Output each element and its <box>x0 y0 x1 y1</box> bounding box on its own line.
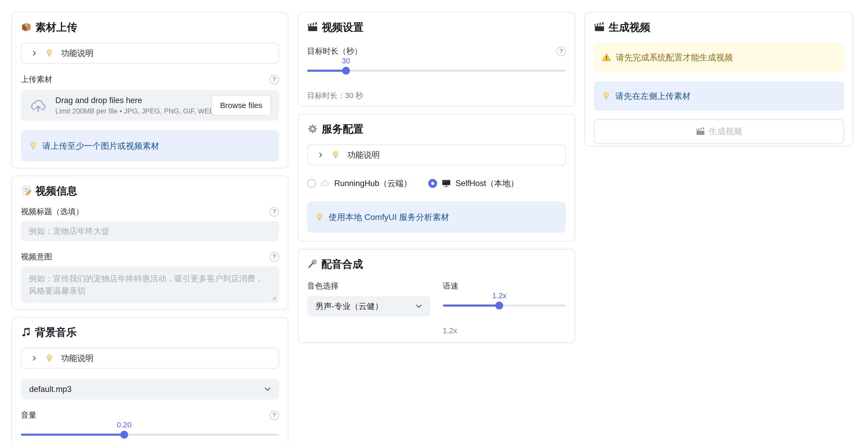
volume-slider[interactable]: 0.20 <box>21 420 279 439</box>
video-info-card: 视频信息 视频标题（选填） 视频意图 <box>11 176 288 310</box>
radio-selfhost-label: SelfHost（本地） <box>456 178 518 189</box>
service-info-text: 使用本地 ComfyUI 服务分析素材 <box>329 211 449 223</box>
clapper-icon <box>696 127 705 136</box>
volume-label: 音量 <box>21 410 36 420</box>
video-intent-wrap <box>21 266 279 303</box>
help-icon[interactable] <box>270 75 279 84</box>
service-config-card: 服务配置 功能说明 RunningHub（云端） <box>298 114 575 242</box>
duration-slider-track[interactable] <box>307 66 566 75</box>
volume-label-row: 音量 <box>21 410 279 420</box>
file-dropzone[interactable]: Drag and drop files here Limit 200MB per… <box>21 90 279 121</box>
clapper-icon <box>594 22 605 33</box>
radio-runninghub[interactable]: RunningHub（云端） <box>307 178 411 189</box>
bgm-card-title: 背景音乐 <box>21 326 279 339</box>
bulb-icon <box>45 49 54 58</box>
bulb-icon <box>331 151 340 159</box>
service-radio-group: RunningHub（云端） SelfHost（本地） <box>307 178 566 189</box>
bgm-title-text: 背景音乐 <box>35 326 77 339</box>
upload-card-title-text: 素材上传 <box>35 21 77 33</box>
help-icon[interactable] <box>270 252 279 262</box>
music-select-value: default.mp3 <box>29 385 71 394</box>
generate-title: 生成视频 <box>594 21 844 33</box>
upload-help-expander[interactable]: 功能说明 <box>21 43 279 64</box>
monitor-icon <box>441 179 451 188</box>
uploader-label: 上传素材 <box>21 74 52 85</box>
right-column: 生成视频 请先完成系统配置才能生成视频 请先在左侧上传素材 生成视频 <box>585 12 854 146</box>
resize-grip-icon[interactable] <box>271 294 276 300</box>
video-title-label-row: 视频标题（选填） <box>21 207 279 217</box>
tts-title-text: 配音合成 <box>321 258 363 270</box>
volume-slider-track[interactable] <box>21 431 279 439</box>
chevron-down-icon <box>416 304 422 308</box>
tts-grid: 音色选择 男声-专业（云健） 语速 1.2x <box>307 281 566 335</box>
uploader-label-row: 上传素材 <box>21 74 279 85</box>
bgm-help-expander[interactable]: 功能说明 <box>21 348 279 369</box>
voice-select-value: 男声-专业（云健） <box>315 301 383 312</box>
bulb-icon <box>45 354 54 363</box>
duration-caption: 目标时长：30 秒 <box>307 91 566 101</box>
voice-label: 音色选择 <box>307 281 430 291</box>
video-info-title-text: 视频信息 <box>35 185 77 197</box>
volume-slider-thumb[interactable] <box>120 431 128 439</box>
help-icon[interactable] <box>270 207 279 217</box>
speed-slider-value: 1.2x <box>492 291 506 300</box>
generate-info-text: 请先在左侧上传素材 <box>615 90 690 102</box>
dropzone-title: Drag and drop files here <box>55 96 203 105</box>
service-config-title: 服务配置 <box>307 123 566 135</box>
music-select[interactable]: default.mp3 <box>21 379 279 400</box>
video-settings-card: 视频设置 目标时长（秒） 30 目标时长：30 秒 <box>298 12 575 106</box>
duration-slider-thumb[interactable] <box>342 67 350 75</box>
gear-icon <box>307 123 318 134</box>
bgm-card: 背景音乐 功能说明 default.mp3 音量 0.20 <box>11 317 288 442</box>
expander-label: 功能说明 <box>347 150 380 160</box>
music-note-icon <box>21 327 31 337</box>
video-intent-label-row: 视频意图 <box>21 252 279 262</box>
video-title-input[interactable] <box>21 221 279 241</box>
bulb-icon <box>602 92 611 100</box>
generate-warning-text: 请先完成系统配置才能生成视频 <box>616 52 733 63</box>
upload-info-box: 请上传至少一个图片或视频素材 <box>21 130 279 161</box>
help-icon[interactable] <box>556 47 566 56</box>
video-intent-textarea[interactable] <box>21 266 279 303</box>
upload-cloud-icon <box>29 97 48 114</box>
generate-button-label: 生成视频 <box>709 126 742 137</box>
service-help-expander[interactable]: 功能说明 <box>307 145 566 165</box>
browse-files-button[interactable]: Browse files <box>211 95 271 116</box>
warning-icon <box>602 53 611 62</box>
memo-icon <box>21 185 32 196</box>
duration-label-row: 目标时长（秒） <box>307 46 566 57</box>
generate-card: 生成视频 请先完成系统配置才能生成视频 请先在左侧上传素材 生成视频 <box>585 12 854 146</box>
tts-title: 配音合成 <box>307 258 566 270</box>
chevron-down-icon <box>265 387 271 391</box>
voice-field: 音色选择 男声-专业（云健） <box>307 281 430 335</box>
tts-card: 配音合成 音色选择 男声-专业（云健） 语速 1.2x <box>298 249 575 343</box>
upload-info-text: 请上传至少一个图片或视频素材 <box>42 140 159 152</box>
clapper-icon <box>307 22 318 33</box>
speed-slider-thumb[interactable] <box>495 302 503 310</box>
radio-runninghub-label: RunningHub（云端） <box>334 178 411 189</box>
radio-selfhost[interactable]: SelfHost（本地） <box>428 178 518 189</box>
expander-label: 功能说明 <box>61 353 93 364</box>
radio-circle <box>428 179 437 188</box>
chevron-right-icon <box>317 152 324 158</box>
dropzone-texts: Drag and drop files here Limit 200MB per… <box>55 96 203 115</box>
duration-slider[interactable]: 30 <box>307 57 566 75</box>
speed-slider-track[interactable] <box>443 302 566 310</box>
upload-card: 素材上传 功能说明 上传素材 Drag and drop files here … <box>11 12 288 168</box>
help-icon[interactable] <box>270 411 279 420</box>
generate-video-button[interactable]: 生成视频 <box>594 119 844 144</box>
speed-field: 语速 1.2x 1.2x <box>443 281 566 335</box>
speed-label: 语速 <box>443 281 566 291</box>
speed-slider[interactable]: 1.2x <box>443 291 566 310</box>
left-column: 素材上传 功能说明 上传素材 Drag and drop files here … <box>11 12 288 442</box>
upload-card-title: 素材上传 <box>21 21 279 33</box>
package-icon <box>21 22 32 33</box>
voice-select[interactable]: 男声-专业（云健） <box>307 296 430 316</box>
main-layout: 素材上传 功能说明 上传素材 Drag and drop files here … <box>11 12 854 442</box>
volume-slider-value: 0.20 <box>117 420 131 429</box>
generate-title-text: 生成视频 <box>609 21 650 33</box>
radio-circle <box>307 179 316 188</box>
mic-icon <box>307 259 318 269</box>
bulb-icon <box>315 213 324 222</box>
video-title-label: 视频标题（选填） <box>21 207 84 217</box>
